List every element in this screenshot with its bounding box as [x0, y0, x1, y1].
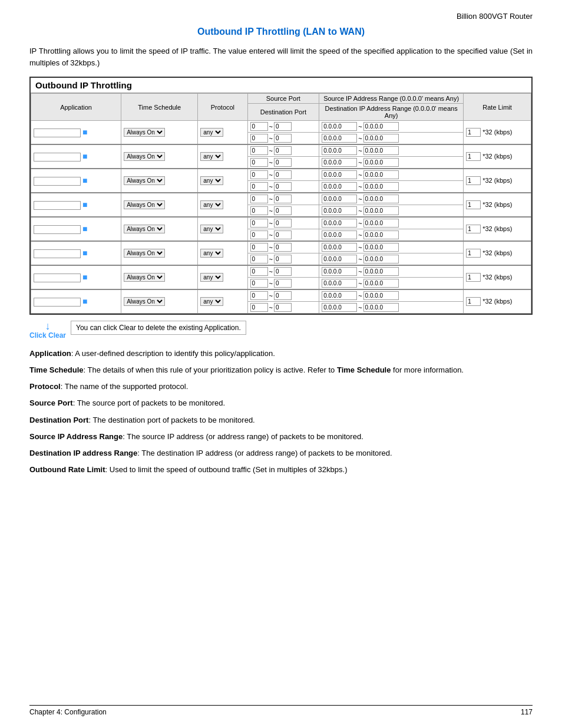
sip-to-1[interactable]: [363, 146, 399, 155]
clear-icon-0[interactable]: ■: [82, 127, 87, 137]
clear-icon-1[interactable]: ■: [82, 151, 87, 161]
dip-from-3[interactable]: [322, 206, 357, 215]
sport-from-4[interactable]: [250, 219, 268, 228]
dport-to-7[interactable]: [274, 303, 292, 312]
app-input-2[interactable]: [34, 177, 81, 186]
click-clear-button[interactable]: Click Clear: [29, 331, 66, 340]
sip-to-2[interactable]: [363, 170, 399, 179]
sip-from-4[interactable]: [322, 219, 357, 228]
sport-from-6[interactable]: [250, 267, 268, 276]
app-input-4[interactable]: [34, 225, 81, 234]
sip-from-5[interactable]: [322, 243, 357, 252]
clear-icon-6[interactable]: ■: [82, 272, 87, 282]
sport-to-0[interactable]: [274, 122, 292, 131]
rate-input-5[interactable]: [466, 249, 481, 258]
sip-from-0[interactable]: [322, 122, 357, 131]
clear-icon-5[interactable]: ■: [82, 248, 87, 258]
clear-icon-7[interactable]: ■: [82, 297, 87, 306]
sip-from-1[interactable]: [322, 146, 357, 155]
time-select-4[interactable]: Always On: [124, 225, 165, 233]
sport-to-2[interactable]: [274, 170, 292, 179]
app-input-7[interactable]: [34, 298, 81, 307]
dip-to-1[interactable]: [363, 158, 399, 167]
time-select-6[interactable]: Always On: [124, 273, 165, 282]
dport-to-0[interactable]: [274, 134, 292, 143]
proto-select-5[interactable]: anytcpudp: [200, 249, 223, 258]
dip-from-2[interactable]: [322, 182, 357, 191]
dport-from-2[interactable]: [250, 182, 268, 191]
dport-to-5[interactable]: [274, 255, 292, 263]
sport-from-7[interactable]: [250, 291, 268, 300]
proto-select-6[interactable]: anytcpudp: [200, 273, 223, 282]
dip-to-4[interactable]: [363, 230, 399, 239]
rate-input-0[interactable]: [466, 128, 481, 137]
sport-to-3[interactable]: [274, 195, 292, 203]
dport-from-1[interactable]: [250, 158, 268, 167]
dport-from-3[interactable]: [250, 206, 268, 215]
dport-to-3[interactable]: [274, 206, 292, 215]
sport-from-0[interactable]: [250, 122, 268, 131]
sport-to-1[interactable]: [274, 146, 292, 155]
dip-from-4[interactable]: [322, 230, 357, 239]
proto-select-4[interactable]: anytcpudp: [200, 225, 223, 233]
time-select-3[interactable]: Always On: [124, 200, 165, 209]
time-select-7[interactable]: Always On: [124, 297, 165, 306]
rate-input-1[interactable]: [466, 152, 481, 161]
dport-from-5[interactable]: [250, 255, 268, 263]
sport-from-3[interactable]: [250, 195, 268, 203]
rate-input-7[interactable]: [466, 297, 481, 306]
sip-to-3[interactable]: [363, 195, 399, 203]
dport-to-4[interactable]: [274, 230, 292, 239]
sip-to-5[interactable]: [363, 243, 399, 252]
dip-from-0[interactable]: [322, 134, 357, 143]
dip-from-1[interactable]: [322, 158, 357, 167]
rate-input-6[interactable]: [466, 273, 481, 282]
app-input-0[interactable]: [34, 129, 81, 137]
clear-icon-2[interactable]: ■: [82, 176, 87, 185]
time-select-1[interactable]: Always On: [124, 152, 165, 161]
proto-select-2[interactable]: anytcpudp: [200, 176, 223, 185]
sip-from-6[interactable]: [322, 267, 357, 276]
dip-to-6[interactable]: [363, 279, 399, 288]
dport-from-7[interactable]: [250, 303, 268, 312]
dip-from-5[interactable]: [322, 255, 357, 263]
dip-to-5[interactable]: [363, 255, 399, 263]
app-input-1[interactable]: [34, 153, 81, 162]
rate-input-4[interactable]: [466, 225, 481, 233]
dport-from-6[interactable]: [250, 279, 268, 288]
dip-to-2[interactable]: [363, 182, 399, 191]
sport-to-4[interactable]: [274, 219, 292, 228]
dip-from-7[interactable]: [322, 303, 357, 312]
proto-select-1[interactable]: anytcpudp: [200, 152, 223, 161]
dport-to-1[interactable]: [274, 158, 292, 167]
time-select-2[interactable]: Always On: [124, 176, 165, 185]
app-input-5[interactable]: [34, 249, 81, 258]
dip-to-3[interactable]: [363, 206, 399, 215]
sip-from-3[interactable]: [322, 195, 357, 203]
sip-to-7[interactable]: [363, 291, 399, 300]
sip-to-0[interactable]: [363, 122, 399, 131]
time-select-5[interactable]: Always On: [124, 249, 165, 258]
proto-select-3[interactable]: anytcpudp: [200, 200, 223, 209]
time-select-0[interactable]: Always On: [124, 128, 165, 137]
dip-from-6[interactable]: [322, 279, 357, 288]
sport-to-5[interactable]: [274, 243, 292, 252]
dip-to-7[interactable]: [363, 303, 399, 312]
dport-to-2[interactable]: [274, 182, 292, 191]
dport-from-4[interactable]: [250, 230, 268, 239]
sip-from-7[interactable]: [322, 291, 357, 300]
proto-select-0[interactable]: anytcpudp: [200, 128, 223, 137]
clear-icon-3[interactable]: ■: [82, 200, 87, 209]
sip-from-2[interactable]: [322, 170, 357, 179]
app-input-6[interactable]: [34, 274, 81, 282]
sport-to-6[interactable]: [274, 267, 292, 276]
sport-to-7[interactable]: [274, 291, 292, 300]
rate-input-3[interactable]: [466, 200, 481, 209]
sip-to-4[interactable]: [363, 219, 399, 228]
sport-from-1[interactable]: [250, 146, 268, 155]
proto-select-7[interactable]: anytcpudp: [200, 297, 223, 306]
sip-to-6[interactable]: [363, 267, 399, 276]
dport-to-6[interactable]: [274, 279, 292, 288]
dport-from-0[interactable]: [250, 134, 268, 143]
rate-input-2[interactable]: [466, 176, 481, 185]
